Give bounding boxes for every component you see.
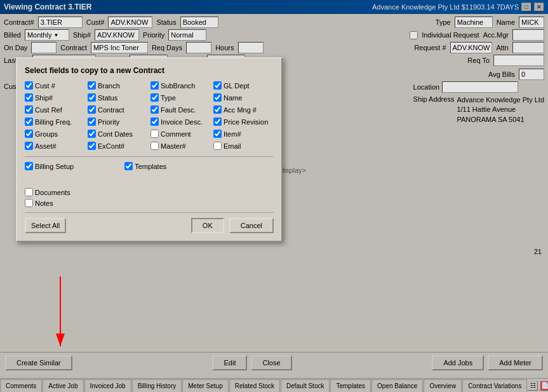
check-type[interactable]: Type	[150, 93, 211, 102]
contract-checkbox[interactable]	[88, 105, 96, 114]
status-label: Status	[98, 94, 117, 102]
groups-checkbox[interactable]	[25, 130, 33, 138]
email-label: Email	[224, 142, 241, 150]
check-invoicedesc[interactable]: Invoice Desc.	[150, 118, 211, 126]
ship-checkbox[interactable]	[25, 93, 33, 102]
check-itemnum[interactable]: Item#	[213, 130, 274, 138]
check-status[interactable]: Status	[88, 93, 148, 102]
comment-label: Comment	[161, 130, 191, 138]
cust-label: Cust #	[35, 82, 55, 90]
custref-checkbox[interactable]	[25, 105, 33, 114]
check-templates[interactable]: Templates	[124, 162, 166, 170]
ok-button[interactable]: OK	[191, 218, 224, 233]
cust-checkbox[interactable]	[25, 81, 33, 90]
branch-label: Branch	[98, 82, 120, 90]
check-comment[interactable]: Comment	[150, 130, 211, 138]
check-ship[interactable]: Ship#	[25, 93, 85, 102]
billingfreq-checkbox[interactable]	[25, 118, 33, 126]
name-checkbox[interactable]	[213, 93, 222, 102]
gldept-checkbox[interactable]	[213, 81, 222, 90]
itemnum-label: Item#	[224, 130, 241, 138]
check-pricerevision[interactable]: Price Revision	[213, 118, 274, 126]
pricerevision-label: Price Revision	[224, 118, 268, 126]
check-masternum[interactable]: Master#	[150, 142, 211, 150]
select-all-button[interactable]: Select All	[25, 218, 66, 233]
billingfreq-label: Billing Freq.	[35, 118, 72, 126]
check-gldept[interactable]: GL Dept	[213, 81, 274, 90]
custref-label: Cust Ref	[35, 106, 62, 114]
check-notes[interactable]: Notes	[25, 199, 274, 207]
excont-checkbox[interactable]	[88, 142, 96, 150]
gldept-label: GL Dept	[224, 82, 250, 90]
itemnum-checkbox[interactable]	[213, 130, 222, 138]
check-groups[interactable]: Groups	[25, 130, 85, 138]
contdates-checkbox[interactable]	[88, 130, 96, 138]
check-billingsetup[interactable]: Billing Setup	[25, 162, 74, 170]
billingsetup-label: Billing Setup	[35, 163, 74, 170]
check-custref[interactable]: Cust Ref	[25, 105, 85, 114]
faultdesc-checkbox[interactable]	[150, 105, 159, 114]
check-branch[interactable]: Branch	[88, 81, 148, 90]
documents-checkbox[interactable]	[25, 188, 33, 196]
check-faultdesc[interactable]: Fault Desc.	[150, 105, 211, 114]
invoicedesc-label: Invoice Desc.	[161, 118, 203, 126]
priority-checkbox[interactable]	[88, 118, 96, 126]
check-name[interactable]: Name	[213, 93, 274, 102]
check-accmng[interactable]: Acc Mng #	[213, 105, 274, 114]
check-contract[interactable]: Contract	[88, 105, 148, 114]
check-contdates[interactable]: Cont Dates	[88, 130, 148, 138]
invoicedesc-checkbox[interactable]	[150, 118, 159, 126]
documents-label: Documents	[35, 189, 70, 196]
check-priority[interactable]: Priority	[88, 118, 148, 126]
modal-extra-section: Billing Setup Templates	[25, 162, 274, 170]
modal-title: Select fields to copy to a new Contract	[25, 66, 274, 75]
status-checkbox[interactable]	[88, 93, 96, 102]
masternum-checkbox[interactable]	[150, 142, 159, 150]
check-billingfreq[interactable]: Billing Freq.	[25, 118, 85, 126]
priority-label: Priority	[98, 118, 119, 126]
modal-docs-section: Documents Notes	[25, 188, 274, 207]
pricerevision-checkbox[interactable]	[213, 118, 222, 126]
faultdesc-label: Fault Desc.	[161, 106, 196, 114]
subbranch-checkbox[interactable]	[150, 81, 159, 90]
accmng-checkbox[interactable]	[213, 105, 222, 114]
assetnum-checkbox[interactable]	[25, 142, 33, 150]
type-checkbox[interactable]	[150, 93, 159, 102]
check-documents[interactable]: Documents	[25, 188, 274, 196]
templates-checkbox[interactable]	[124, 162, 133, 170]
name-label: Name	[224, 94, 242, 102]
templates-label: Templates	[135, 163, 166, 170]
modal-overlay: Select fields to copy to a new Contract …	[0, 0, 548, 392]
check-email[interactable]: Email	[213, 142, 274, 150]
contract-label: Contract	[98, 106, 124, 114]
comment-checkbox[interactable]	[150, 130, 159, 138]
modal-dialog: Select fields to copy to a new Contract …	[16, 57, 283, 242]
ship-label: Ship#	[35, 94, 53, 102]
check-excont[interactable]: ExCont#	[88, 142, 148, 150]
accmng-label: Acc Mng #	[224, 106, 257, 114]
masternum-label: Master#	[161, 142, 186, 150]
check-assetnum[interactable]: Asset#	[25, 142, 85, 150]
contdates-label: Cont Dates	[98, 130, 133, 138]
billingsetup-checkbox[interactable]	[25, 162, 33, 170]
notes-checkbox[interactable]	[25, 199, 33, 207]
modal-checkboxes: Cust # Branch SubBranch GL Dept Shi	[25, 81, 274, 150]
email-checkbox[interactable]	[213, 142, 222, 150]
type-label: Type	[161, 94, 176, 102]
notes-label: Notes	[35, 199, 53, 207]
groups-label: Groups	[35, 130, 58, 138]
branch-checkbox[interactable]	[88, 81, 96, 90]
cancel-button[interactable]: Cancel	[229, 218, 274, 233]
excont-label: ExCont#	[98, 142, 124, 150]
check-subbranch[interactable]: SubBranch	[150, 81, 211, 90]
subbranch-label: SubBranch	[161, 82, 195, 90]
check-cust[interactable]: Cust #	[25, 81, 85, 90]
assetnum-label: Asset#	[35, 142, 57, 150]
